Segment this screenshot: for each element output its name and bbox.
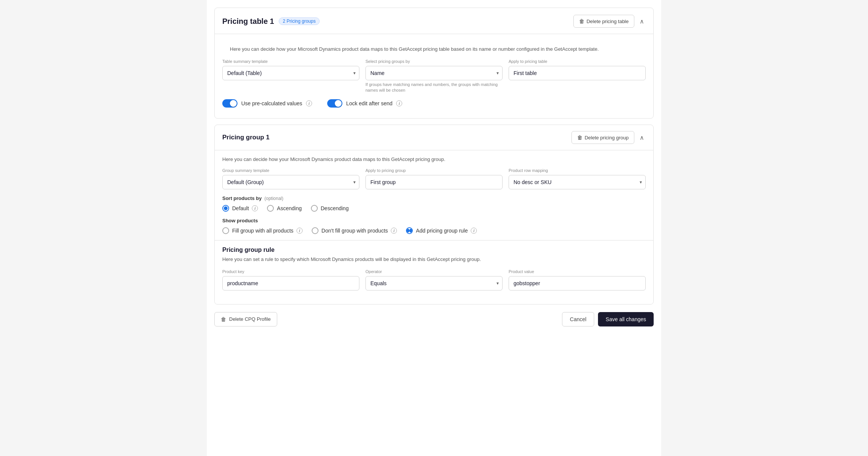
sort-optional-text: (optional)	[264, 196, 283, 201]
select-groups-by-label: Select pricing groups by	[365, 59, 503, 64]
select-groups-by-select[interactable]: Name	[365, 66, 503, 80]
delete-pricing-table-label: Delete pricing table	[587, 19, 629, 24]
table-summary-group: Table summary template Default (Table) ▾	[222, 59, 359, 80]
pricing-table-header: Pricing table 1 2 Pricing groups 🗑 Delet…	[215, 8, 653, 34]
right-actions: Cancel Save all changes	[562, 312, 654, 326]
operator-select-wrapper: Equals ▾	[365, 276, 503, 290]
apply-to-table-input[interactable]	[509, 66, 646, 80]
sort-label-text: Sort products by	[222, 195, 262, 201]
show-fill-all-radio-item[interactable]: Fill group with all products i	[222, 227, 303, 234]
lock-edit-thumb	[335, 100, 342, 107]
pricing-table-collapse-button[interactable]: ∧	[638, 16, 646, 27]
table-summary-label: Table summary template	[222, 59, 359, 64]
show-add-rule-radio-item[interactable]: Add pricing group rule i	[406, 227, 477, 234]
delete-pricing-group-button[interactable]: 🗑 Delete pricing group	[571, 131, 634, 144]
sort-products-label: Sort products by (optional)	[222, 195, 646, 201]
table-summary-select-wrapper: Default (Table) ▾	[222, 66, 359, 80]
pricing-table-title-row: Pricing table 1 2 Pricing groups	[222, 17, 320, 26]
pricing-table-form-row-1: Table summary template Default (Table) ▾…	[222, 59, 646, 94]
show-fill-all-radio-circle	[222, 227, 229, 234]
save-all-changes-button[interactable]: Save all changes	[598, 312, 654, 326]
bottom-actions: 🗑 Delete CPQ Profile Cancel Save all cha…	[214, 305, 654, 330]
select-groups-by-group: Select pricing groups by Name ▾ If group…	[365, 59, 503, 94]
delete-profile-trash-icon: 🗑	[221, 316, 226, 322]
pricing-group-form-row-1: Group summary template Default (Group) ▾…	[222, 168, 646, 189]
product-value-label: Product value	[509, 269, 646, 274]
pricing-rule-form-row: Product key Operator Equals ▾ Product va…	[222, 269, 646, 290]
delete-profile-label: Delete CPQ Profile	[229, 316, 271, 322]
pricing-table-description: Here you can decide how your Microsoft D…	[222, 40, 646, 53]
product-value-input[interactable]	[509, 276, 646, 290]
chevron-up-icon: ∧	[640, 18, 644, 25]
product-key-group: Product key	[222, 269, 359, 290]
operator-label: Operator	[365, 269, 503, 274]
delete-group-trash-icon: 🗑	[577, 134, 582, 141]
pricing-group-chevron-up-icon: ∧	[640, 134, 644, 141]
use-precalculated-toggle[interactable]	[222, 99, 237, 108]
delete-pricing-group-label: Delete pricing group	[585, 135, 629, 141]
operator-select[interactable]: Equals	[365, 276, 503, 290]
sort-descending-radio-item[interactable]: Descending	[311, 205, 349, 212]
product-row-mapping-label: Product row mapping	[509, 168, 646, 173]
trash-icon: 🗑	[579, 18, 584, 24]
pricing-table-toggles: Use pre-calculated values i Lock edit af…	[222, 99, 646, 108]
show-products-label: Show products	[222, 218, 646, 223]
sort-ascending-radio-label: Ascending	[277, 205, 301, 211]
operator-group: Operator Equals ▾	[365, 269, 503, 290]
sort-default-info-icon: i	[252, 205, 258, 211]
group-summary-select[interactable]: Default (Group)	[222, 175, 359, 189]
pricing-rule-title: Pricing group rule	[222, 247, 646, 253]
group-summary-group: Group summary template Default (Group) ▾	[222, 168, 359, 189]
show-dont-fill-radio-circle	[312, 227, 318, 234]
pricing-table-title: Pricing table 1	[222, 17, 274, 26]
table-summary-select[interactable]: Default (Table)	[222, 66, 359, 80]
sort-radio-row: Default i Ascending Descending	[222, 205, 646, 212]
pricing-group-description: Here you can decide how your Microsoft D…	[222, 156, 646, 162]
lock-edit-toggle[interactable]	[327, 99, 342, 108]
sort-ascending-radio-item[interactable]: Ascending	[267, 205, 301, 212]
pricing-group-header: Pricing group 1 🗑 Delete pricing group ∧	[215, 125, 653, 150]
group-summary-label: Group summary template	[222, 168, 359, 173]
show-fill-all-info-icon: i	[297, 228, 303, 234]
apply-to-table-group: Apply to pricing table	[509, 59, 646, 80]
product-key-input[interactable]	[222, 276, 359, 290]
select-groups-by-select-wrapper: Name ▾	[365, 66, 503, 80]
pricing-table-header-actions: 🗑 Delete pricing table ∧	[573, 15, 646, 28]
show-add-rule-info-icon: i	[471, 228, 477, 234]
pricing-group-body: Here you can decide how your Microsoft D…	[215, 150, 653, 240]
show-products-radio-row: Fill group with all products i Don't fil…	[222, 227, 646, 234]
show-add-rule-radio-label: Add pricing group rule	[416, 228, 468, 234]
show-dont-fill-radio-item[interactable]: Don't fill group with products i	[312, 227, 397, 234]
cancel-button[interactable]: Cancel	[562, 312, 595, 326]
sort-ascending-radio-circle	[267, 205, 274, 212]
pricing-group-collapse-button[interactable]: ∧	[638, 133, 646, 143]
sort-descending-radio-circle	[311, 205, 318, 212]
use-precalculated-info-icon: i	[306, 100, 312, 106]
pricing-table-section: Pricing table 1 2 Pricing groups 🗑 Delet…	[214, 8, 654, 119]
delete-pricing-table-button[interactable]: 🗑 Delete pricing table	[573, 15, 634, 28]
apply-to-group-input[interactable]	[365, 175, 503, 189]
product-row-mapping-select-wrapper: No desc or SKU ▾	[509, 175, 646, 189]
apply-to-table-label: Apply to pricing table	[509, 59, 646, 64]
pricing-rule-description: Here you can set a rule to specify which…	[222, 256, 646, 263]
lock-edit-info-icon: i	[396, 100, 402, 106]
show-add-rule-radio-circle	[406, 227, 413, 234]
sort-products-section: Sort products by (optional) Default i As…	[222, 195, 646, 212]
use-precalculated-label: Use pre-calculated values	[241, 100, 302, 106]
delete-cpq-profile-button[interactable]: 🗑 Delete CPQ Profile	[214, 312, 277, 326]
pricing-table-body: Here you can decide how your Microsoft D…	[215, 34, 653, 118]
use-precalculated-thumb	[230, 100, 237, 107]
product-key-label: Product key	[222, 269, 359, 274]
show-dont-fill-info-icon: i	[391, 228, 397, 234]
show-products-section: Show products Fill group with all produc…	[222, 218, 646, 234]
product-row-mapping-select[interactable]: No desc or SKU	[509, 175, 646, 189]
sort-default-radio-label: Default	[232, 205, 249, 211]
sort-default-radio-circle	[222, 205, 229, 212]
pricing-group-title-row: Pricing group 1	[222, 134, 270, 141]
sort-default-radio-item[interactable]: Default i	[222, 205, 258, 212]
apply-to-group-label: Apply to pricing group	[365, 168, 503, 173]
use-precalculated-toggle-item: Use pre-calculated values i	[222, 99, 312, 108]
product-value-group: Product value	[509, 269, 646, 290]
group-summary-select-wrapper: Default (Group) ▾	[222, 175, 359, 189]
pricing-group-title: Pricing group 1	[222, 134, 270, 141]
